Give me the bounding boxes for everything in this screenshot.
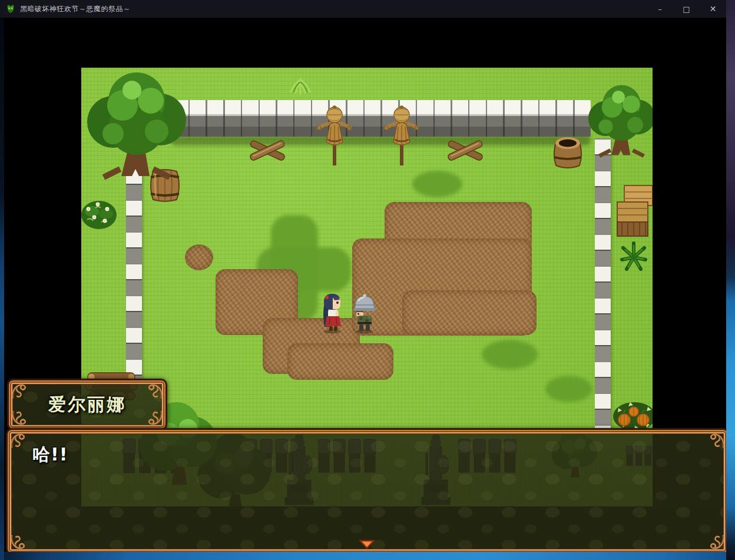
scarecrow xyxy=(316,104,353,168)
scarecrow xyxy=(383,104,421,168)
x-cross-log xyxy=(249,134,286,168)
window-controls: – □ ✕ xyxy=(647,0,726,18)
heroine-character xyxy=(320,293,344,334)
dirt-plot xyxy=(402,290,537,335)
stone-fence-left xyxy=(126,168,142,380)
frame-ornament-icon xyxy=(147,410,163,426)
open-barrel xyxy=(551,134,584,170)
palm-plant xyxy=(618,240,649,273)
name-window: 爱尔丽娜 xyxy=(7,379,167,430)
x-cross-log xyxy=(446,134,484,168)
stone-fence-right xyxy=(595,138,611,428)
speaker-name: 爱尔丽娜 xyxy=(9,380,165,429)
tree xyxy=(582,68,653,174)
pumpkin-patch xyxy=(612,397,653,432)
window-titlebar[interactable]: 黑暗破坏神狂欢节～恶魔的祭品～ – □ ✕ xyxy=(0,0,726,18)
dark-grass-patch xyxy=(482,340,538,369)
dark-grass-patch xyxy=(412,171,462,197)
app-icon xyxy=(6,4,15,14)
continue-arrow-icon xyxy=(359,539,375,549)
desktop-wallpaper-left xyxy=(0,18,4,560)
minimize-button[interactable]: – xyxy=(647,0,673,18)
tree xyxy=(81,68,196,183)
desktop-wallpaper-right xyxy=(726,0,735,560)
frame-ornament-icon xyxy=(12,410,27,426)
crate-stack xyxy=(616,184,653,237)
window-title: 黑暗破坏神狂欢节～恶魔的祭品～ xyxy=(20,4,131,14)
frame-ornament-icon xyxy=(12,383,27,399)
frame-ornament-icon xyxy=(11,433,26,448)
frame-ornament-icon xyxy=(709,535,724,550)
dialogue-window[interactable]: 哈!! xyxy=(6,428,729,555)
dark-grass-patch xyxy=(545,376,592,402)
grass-tuft xyxy=(289,77,312,95)
helmet-soldier-character xyxy=(352,293,377,334)
dirt-plot xyxy=(287,343,393,380)
maximize-button[interactable]: □ xyxy=(673,0,700,18)
flower-bush xyxy=(81,196,118,230)
frame-ornament-icon xyxy=(147,383,163,399)
screenshot-root: 黑暗破坏神狂欢节～恶魔的祭品～ – □ ✕ xyxy=(0,0,735,560)
dialogue-text: 哈!! xyxy=(32,443,68,467)
dirt-plot xyxy=(185,244,213,270)
stone-fence-top xyxy=(171,100,591,137)
desktop-wallpaper-bottom xyxy=(0,552,735,560)
close-button[interactable]: ✕ xyxy=(700,0,726,18)
frame-ornament-icon xyxy=(11,535,26,550)
frame-ornament-icon xyxy=(709,433,724,448)
